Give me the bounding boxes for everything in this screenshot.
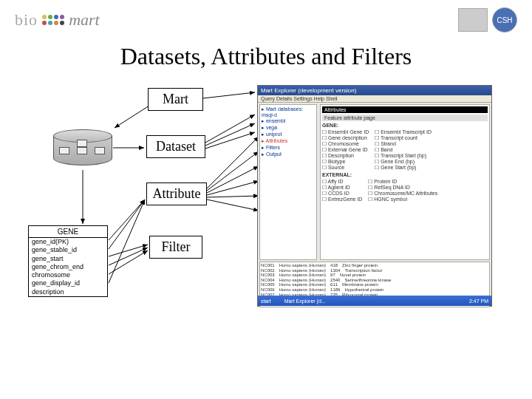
svg-line-3 [205, 123, 255, 146]
section-external: EXTERNAL: [322, 172, 488, 177]
svg-line-16 [109, 245, 148, 256]
attr-checkbox[interactable]: Chromosome [322, 141, 369, 147]
window-menu: Query Details Settings Help Shell [258, 95, 491, 103]
attr-checkbox[interactable]: Source [322, 165, 369, 171]
svg-line-17 [109, 248, 148, 265]
svg-line-9 [207, 166, 259, 193]
result-row: NC005Homo sapiens (Human)611Membrane pro… [261, 282, 488, 287]
gene-table: GENE gene_id(PK)gene_stable_idgene_start… [28, 225, 108, 297]
attr-checkbox[interactable]: Gene description [322, 135, 369, 141]
attr-checkbox[interactable]: Biotype [322, 159, 369, 165]
attr-checkbox[interactable]: Gene Start (bp) [375, 165, 432, 171]
taskbar-item[interactable]: Mart Explorer (d... [284, 299, 326, 304]
biomart-logo: bio mart [15, 10, 100, 30]
attributes-panel: Attributes Feature attribute page GENE: … [320, 104, 490, 260]
mart-explorer-screenshot: Mart Explorer (development version) Quer… [257, 85, 492, 307]
tree-node[interactable]: ▸ ensembl [262, 118, 315, 124]
tree-node[interactable]: ▸ Attributes [262, 138, 315, 144]
slide-title: Datasets, Attributes and Filters [0, 35, 532, 85]
attr-checkbox[interactable]: Strand [375, 141, 432, 147]
attr-checkbox[interactable]: Description [322, 153, 369, 159]
attr-checkbox[interactable]: Chromosome/MC Attributes [368, 191, 437, 197]
svg-line-2 [205, 115, 255, 143]
svg-line-12 [207, 200, 259, 211]
svg-line-8 [207, 151, 259, 191]
attr-subheader: Feature attribute page [322, 115, 488, 121]
section-gene: GENE: [322, 123, 488, 128]
result-row: NC001Homo sapiens (Human)418Zinc finger … [261, 263, 488, 268]
window-title: Mart Explorer (development version) [258, 86, 491, 95]
result-row: NC004Homo sapiens (Human)2540Serine/thre… [261, 278, 488, 283]
attr-checkbox[interactable]: External Gene ID [322, 147, 369, 153]
logo-dots-icon [42, 15, 64, 25]
tree-node[interactable]: ▸ Mart databases: msql-d [262, 106, 315, 117]
svg-line-14 [109, 200, 145, 249]
attr-checkbox[interactable]: Agilent ID [322, 185, 362, 191]
svg-line-0 [203, 92, 255, 98]
result-row: NC006Homo sapiens (Human)1189Hypothetica… [261, 287, 488, 293]
attr-checkbox[interactable]: EntrezGene ID [322, 197, 362, 202]
tree-node[interactable]: ▸ Output [262, 151, 315, 157]
header-badges: CSH [458, 7, 517, 33]
attr-checkbox[interactable]: Band [375, 147, 432, 153]
tree-node[interactable]: ▸ Filters [262, 145, 315, 151]
logo-bio: bio [15, 10, 38, 30]
attr-checkbox[interactable]: HGNC symbol [368, 197, 437, 202]
tree-node[interactable]: ▸ vega [262, 125, 315, 131]
result-row: NC002Homo sapiens (Human)1304Transcripti… [261, 268, 488, 273]
gene-field: gene_id(PK) [29, 238, 107, 246]
attribute-box: Attribute [146, 183, 207, 205]
result-row: NC003Homo sapiens (Human)97Novel protein [261, 273, 488, 278]
attr-checkbox[interactable]: Ensembl Transcript ID [375, 129, 432, 135]
svg-line-4 [205, 132, 255, 149]
svg-line-11 [207, 196, 259, 197]
attr-checkbox[interactable]: Gene End (bp) [375, 159, 432, 165]
csh-badge: CSH [492, 7, 517, 33]
gene-field: chromosome [29, 271, 107, 279]
gene-field: description [29, 288, 107, 296]
svg-line-10 [207, 181, 259, 195]
attributes-header: Attributes [322, 106, 488, 113]
attr-checkbox[interactable]: Protein ID [368, 179, 437, 185]
attr-checkbox[interactable]: RefSeq DNA ID [368, 185, 437, 191]
header: bio mart CSH [0, 0, 532, 35]
logo-mart: mart [69, 10, 100, 30]
start-button[interactable]: start [261, 299, 271, 304]
gene-table-header: GENE [29, 226, 107, 238]
taskbar-item[interactable]: 2:47 PM [469, 299, 488, 304]
filter-box: Filter [149, 236, 202, 259]
nav-tree: ▸ Mart databases: msql-d▸ ensembl▸ vega▸… [259, 104, 317, 260]
svg-line-15 [109, 200, 145, 283]
attr-checkbox[interactable]: CCDS ID [322, 191, 362, 197]
gene-field: gene_stable_id [29, 246, 107, 254]
svg-line-13 [109, 200, 145, 240]
mart-box: Mart [148, 88, 203, 111]
svg-line-1 [115, 106, 149, 128]
tree-node[interactable]: ▸ uniprot [262, 132, 315, 137]
attr-checkbox[interactable]: Transcript count [375, 135, 432, 141]
attr-checkbox[interactable]: Ensembl Gene ID [322, 129, 369, 135]
svg-line-7 [207, 137, 259, 188]
gene-field: gene_start [29, 255, 107, 263]
building-icon [458, 8, 488, 32]
taskbar: startMart Explorer (d...2:47 PM [258, 296, 491, 306]
svg-line-18 [109, 250, 148, 274]
dataset-box: Dataset [146, 135, 205, 158]
database-cylinder-icon [53, 129, 112, 166]
gene-field: gene_chrom_end [29, 263, 107, 271]
attr-checkbox[interactable]: Transcript Start (bp) [375, 153, 432, 159]
diagram-canvas: Mart Dataset Attribute Filter GENE gene_… [0, 85, 532, 381]
gene-field: gene_display_id [29, 279, 107, 287]
attr-checkbox[interactable]: Affy ID [322, 179, 362, 185]
